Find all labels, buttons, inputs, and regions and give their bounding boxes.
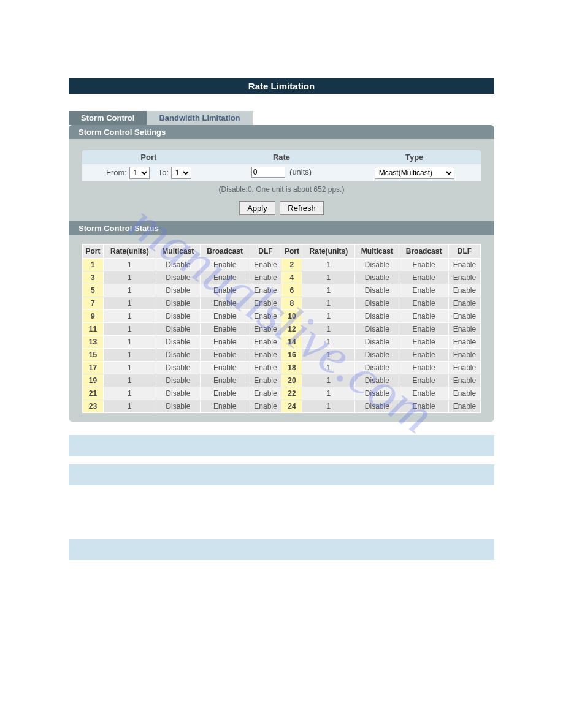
multicast-cell: Disable bbox=[156, 362, 201, 374]
dlf-cell: Enable bbox=[250, 336, 282, 349]
from-label: From: bbox=[106, 168, 127, 177]
rate-cell: 1 bbox=[302, 271, 355, 284]
port-cell: 24 bbox=[282, 400, 302, 413]
rate-cell: 1 bbox=[103, 310, 156, 323]
to-select[interactable]: 1 bbox=[171, 167, 191, 179]
port-cell: 2 bbox=[282, 259, 302, 271]
dlf-cell: Enable bbox=[250, 284, 282, 297]
rate-cell: 1 bbox=[103, 362, 156, 374]
status-col-dlf: DLF bbox=[250, 245, 282, 259]
rate-cell: 1 bbox=[103, 323, 156, 336]
dlf-cell: Enable bbox=[449, 297, 481, 310]
dlf-cell: Enable bbox=[449, 400, 481, 413]
port-cell: 5 bbox=[83, 284, 104, 297]
port-cell: 20 bbox=[282, 374, 302, 387]
dlf-cell: Enable bbox=[250, 259, 282, 271]
dlf-cell: Enable bbox=[250, 310, 282, 323]
to-label: To: bbox=[158, 168, 169, 177]
multicast-cell: Disable bbox=[156, 297, 201, 310]
tab-storm-control[interactable]: Storm Control bbox=[69, 111, 147, 125]
status-col-multicast: Multicast bbox=[355, 245, 399, 259]
rate-cell: 1 bbox=[302, 323, 355, 336]
type-column-label: Type bbox=[348, 150, 481, 164]
rate-input[interactable] bbox=[251, 167, 285, 178]
rate-cell: 1 bbox=[302, 297, 355, 310]
multicast-cell: Disable bbox=[156, 400, 201, 413]
rate-cell: 1 bbox=[103, 400, 156, 413]
broadcast-cell: Enable bbox=[399, 297, 449, 310]
rate-cell: 1 bbox=[302, 362, 355, 374]
multicast-cell: Disable bbox=[156, 284, 201, 297]
port-cell: 21 bbox=[83, 387, 104, 400]
port-cell: 22 bbox=[282, 387, 302, 400]
multicast-cell: Disable bbox=[355, 374, 399, 387]
refresh-button[interactable]: Refresh bbox=[280, 201, 324, 215]
port-cell: 6 bbox=[282, 284, 302, 297]
status-col-dlf: DLF bbox=[449, 245, 481, 259]
multicast-cell: Disable bbox=[156, 323, 201, 336]
blue-bar bbox=[69, 539, 494, 560]
multicast-cell: Disable bbox=[156, 374, 201, 387]
multicast-cell: Disable bbox=[355, 323, 399, 336]
port-cell: 18 bbox=[282, 362, 302, 374]
rate-cell: 1 bbox=[302, 400, 355, 413]
page-title: Rate Limitation bbox=[69, 78, 494, 94]
dlf-cell: Enable bbox=[449, 336, 481, 349]
port-cell: 17 bbox=[83, 362, 104, 374]
broadcast-cell: Enable bbox=[200, 284, 250, 297]
dlf-cell: Enable bbox=[250, 323, 282, 336]
status-col-multicast: Multicast bbox=[156, 245, 201, 259]
status-col-rate(units): Rate(units) bbox=[302, 245, 355, 259]
broadcast-cell: Enable bbox=[399, 310, 449, 323]
broadcast-cell: Enable bbox=[399, 374, 449, 387]
table-row: 211DisableEnableEnable221DisableEnableEn… bbox=[83, 387, 481, 400]
table-row: 151DisableEnableEnable161DisableEnableEn… bbox=[83, 349, 481, 362]
settings-header: Storm Control Settings bbox=[69, 125, 494, 139]
multicast-cell: Disable bbox=[355, 284, 399, 297]
from-select[interactable]: 1 bbox=[129, 167, 150, 179]
rate-cell: 1 bbox=[302, 310, 355, 323]
port-cell: 3 bbox=[83, 271, 104, 284]
status-col-port: Port bbox=[282, 245, 302, 259]
status-table: PortRate(units)MulticastBroadcastDLFPort… bbox=[82, 244, 481, 413]
port-cell: 7 bbox=[83, 297, 104, 310]
multicast-cell: Disable bbox=[156, 387, 201, 400]
rate-cell: 1 bbox=[103, 387, 156, 400]
apply-button[interactable]: Apply bbox=[239, 201, 275, 215]
rate-cell: 1 bbox=[302, 336, 355, 349]
dlf-cell: Enable bbox=[449, 259, 481, 271]
table-row: 71DisableEnableEnable81DisableEnableEnab… bbox=[83, 297, 481, 310]
rate-cell: 1 bbox=[103, 336, 156, 349]
tab-bandwidth-limitation[interactable]: Bandwidth Limitation bbox=[147, 111, 252, 125]
table-row: 31DisableEnableEnable41DisableEnableEnab… bbox=[83, 271, 481, 284]
port-cell: 16 bbox=[282, 349, 302, 362]
broadcast-cell: Enable bbox=[399, 336, 449, 349]
broadcast-cell: Enable bbox=[200, 374, 250, 387]
table-row: 191DisableEnableEnable201DisableEnableEn… bbox=[83, 374, 481, 387]
multicast-cell: Disable bbox=[156, 336, 201, 349]
rate-cell: 1 bbox=[103, 284, 156, 297]
status-header: Storm Control Status bbox=[69, 221, 494, 235]
broadcast-cell: Enable bbox=[399, 349, 449, 362]
table-row: 111DisableEnableEnable121DisableEnableEn… bbox=[83, 323, 481, 336]
type-select[interactable]: Mcast(Multicast) bbox=[375, 167, 454, 179]
broadcast-cell: Enable bbox=[399, 323, 449, 336]
multicast-cell: Disable bbox=[156, 271, 201, 284]
port-cell: 8 bbox=[282, 297, 302, 310]
dlf-cell: Enable bbox=[449, 310, 481, 323]
rate-cell: 1 bbox=[103, 271, 156, 284]
port-cell: 19 bbox=[83, 374, 104, 387]
rate-cell: 1 bbox=[302, 374, 355, 387]
rate-cell: 1 bbox=[302, 387, 355, 400]
port-cell: 10 bbox=[282, 310, 302, 323]
status-col-rate(units): Rate(units) bbox=[103, 245, 156, 259]
dlf-cell: Enable bbox=[449, 387, 481, 400]
multicast-cell: Disable bbox=[355, 387, 399, 400]
broadcast-cell: Enable bbox=[200, 271, 250, 284]
table-row: 171DisableEnableEnable181DisableEnableEn… bbox=[83, 362, 481, 374]
multicast-cell: Disable bbox=[156, 259, 201, 271]
table-row: 51DisableEnableEnable61DisableEnableEnab… bbox=[83, 284, 481, 297]
broadcast-cell: Enable bbox=[399, 400, 449, 413]
port-cell: 15 bbox=[83, 349, 104, 362]
port-cell: 1 bbox=[83, 259, 104, 271]
